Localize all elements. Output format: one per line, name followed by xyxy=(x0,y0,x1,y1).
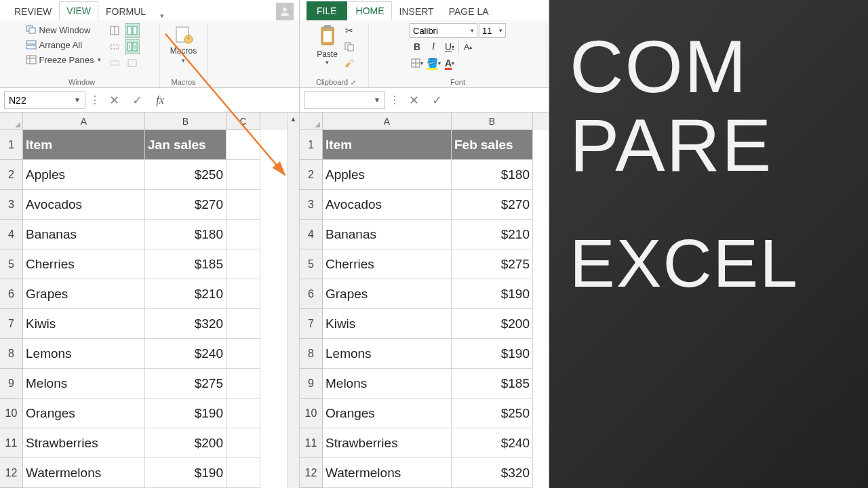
cell[interactable]: $240 xyxy=(452,428,533,458)
enter-formula-button-right[interactable]: ✓ xyxy=(427,92,446,109)
italic-button[interactable]: I xyxy=(426,39,441,54)
cell[interactable]: Melons xyxy=(323,369,452,399)
cell[interactable] xyxy=(226,190,260,220)
tab-review[interactable]: REVIEW xyxy=(7,2,59,20)
underline-button[interactable]: U▾ xyxy=(442,39,457,54)
row-header[interactable]: 5 xyxy=(0,249,23,279)
row-header[interactable]: 6 xyxy=(300,279,323,309)
cut-button[interactable]: ✂ xyxy=(342,23,357,38)
cell[interactable]: $180 xyxy=(145,220,226,249)
font-name-select[interactable]: Calibri▾ xyxy=(410,23,477,38)
font-size-select[interactable]: 11▾ xyxy=(479,23,506,38)
tab-insert[interactable]: INSERT xyxy=(392,2,441,20)
cell[interactable] xyxy=(226,309,260,339)
bold-button[interactable]: B xyxy=(410,39,425,54)
cell[interactable]: Apples xyxy=(323,160,452,190)
cell[interactable] xyxy=(226,369,260,399)
cell[interactable]: $200 xyxy=(452,309,533,339)
cell[interactable]: $185 xyxy=(452,369,533,399)
row-header[interactable]: 11 xyxy=(0,428,23,458)
cell[interactable]: Kiwis xyxy=(23,309,145,339)
cell[interactable] xyxy=(226,399,260,428)
cell[interactable]: $200 xyxy=(145,428,226,458)
row-header[interactable]: 7 xyxy=(0,309,23,339)
cell[interactable]: Bananas xyxy=(323,220,452,249)
cell[interactable]: Lemons xyxy=(23,339,145,369)
row-header[interactable]: 3 xyxy=(300,190,323,220)
cell[interactable]: $270 xyxy=(452,190,533,220)
cell[interactable]: $320 xyxy=(452,458,533,488)
cell[interactable]: Grapes xyxy=(323,279,452,309)
cell[interactable]: $190 xyxy=(452,339,533,369)
row-header[interactable]: 12 xyxy=(0,458,23,488)
paste-button[interactable]: Paste ▾ xyxy=(315,23,339,67)
cell[interactable]: $250 xyxy=(452,399,533,428)
column-header[interactable]: A xyxy=(323,113,452,130)
hide-button[interactable] xyxy=(107,39,122,54)
row-header[interactable]: 2 xyxy=(0,160,23,190)
vertical-scrollbar[interactable]: ▲ xyxy=(287,113,299,488)
row-header[interactable]: 2 xyxy=(300,160,323,190)
tab-page-layout[interactable]: PAGE LA xyxy=(441,2,496,20)
tab-formulas[interactable]: FORMUL xyxy=(98,2,153,20)
table-header-cell[interactable]: Jan sales xyxy=(145,130,226,160)
insert-function-button[interactable]: fx xyxy=(151,92,170,109)
cell[interactable] xyxy=(226,130,260,160)
user-avatar[interactable] xyxy=(276,3,294,20)
copy-button[interactable] xyxy=(342,39,357,54)
freeze-panes-button[interactable]: Freeze Panes ▾ xyxy=(24,53,104,66)
cell[interactable]: $190 xyxy=(145,458,226,488)
cell[interactable]: $210 xyxy=(145,279,226,309)
row-header[interactable]: 12 xyxy=(300,458,323,488)
row-header[interactable]: 9 xyxy=(0,369,23,399)
table-header-cell[interactable]: Item xyxy=(23,130,145,160)
reset-window-position-button[interactable] xyxy=(125,56,140,70)
cell[interactable]: Bananas xyxy=(23,220,145,249)
cell[interactable]: Apples xyxy=(23,160,145,190)
row-header[interactable]: 1 xyxy=(0,130,23,160)
cell[interactable]: Cherries xyxy=(23,249,145,279)
cell[interactable]: Kiwis xyxy=(323,309,452,339)
synchronous-scrolling-button[interactable] xyxy=(125,39,140,54)
name-box-right[interactable]: ▼ xyxy=(304,92,385,109)
cell[interactable]: Watermelons xyxy=(323,458,452,488)
cancel-formula-button[interactable]: ✕ xyxy=(104,92,123,109)
new-window-button[interactable]: New Window xyxy=(24,23,104,37)
clipboard-dialog-launcher-icon[interactable]: ⤢ xyxy=(351,79,356,86)
table-header-cell[interactable]: Feb sales xyxy=(452,130,533,160)
row-header[interactable]: 4 xyxy=(300,220,323,249)
column-header[interactable]: C xyxy=(226,113,260,130)
cell[interactable]: $190 xyxy=(452,279,533,309)
row-header[interactable]: 3 xyxy=(0,190,23,220)
row-header[interactable]: 10 xyxy=(300,399,323,428)
grid-left[interactable]: ABC 123456789101112 ItemJan salesApples$… xyxy=(0,113,299,488)
row-header[interactable]: 4 xyxy=(0,220,23,249)
cell[interactable] xyxy=(226,458,260,488)
more-tabs-indicator[interactable]: ▾ xyxy=(160,12,164,20)
cell[interactable] xyxy=(226,279,260,309)
cell[interactable]: $180 xyxy=(452,160,533,190)
cell[interactable]: $275 xyxy=(452,249,533,279)
select-all-corner[interactable] xyxy=(0,113,23,130)
select-all-corner-right[interactable] xyxy=(300,113,323,130)
tab-file[interactable]: FILE xyxy=(307,1,347,20)
increase-font-button[interactable]: A▴ xyxy=(460,39,475,54)
cell[interactable]: $250 xyxy=(145,160,226,190)
name-box-left[interactable]: N22 ▼ xyxy=(4,92,85,109)
cell[interactable]: $190 xyxy=(145,399,226,428)
cell[interactable]: $270 xyxy=(145,190,226,220)
cell[interactable]: Watermelons xyxy=(23,458,145,488)
cell[interactable] xyxy=(226,428,260,458)
borders-button[interactable]: ▾ xyxy=(410,56,425,70)
cell[interactable]: $210 xyxy=(452,220,533,249)
cell[interactable]: Avocados xyxy=(23,190,145,220)
column-header[interactable]: A xyxy=(23,113,145,130)
split-button[interactable] xyxy=(107,23,122,38)
macros-button[interactable]: Macros ▾ xyxy=(166,23,201,65)
grid-right[interactable]: AB 123456789101112 ItemFeb salesApples$1… xyxy=(300,113,549,488)
row-header[interactable]: 10 xyxy=(0,399,23,428)
cell[interactable]: Strawberries xyxy=(23,428,145,458)
row-header[interactable]: 6 xyxy=(0,279,23,309)
cell[interactable] xyxy=(226,160,260,190)
cell[interactable] xyxy=(226,249,260,279)
